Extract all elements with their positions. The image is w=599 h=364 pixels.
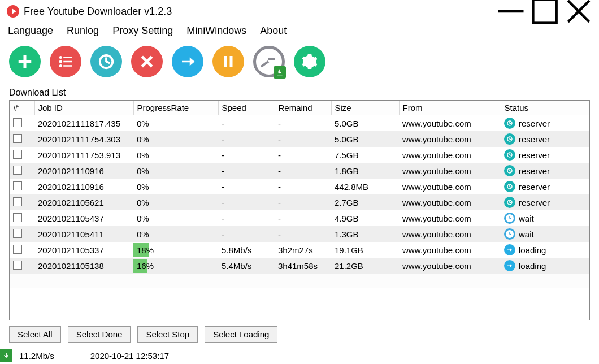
cell-job-id: 20201021105411 [34, 226, 133, 242]
table-row[interactable]: 2020102110513816%5.4Mb/s3h41m58s21.2GBww… [10, 258, 589, 274]
cell-job-id: 20201021105138 [34, 258, 133, 274]
download-table: #▴ Job ID ProgressRate Speed Remaind Siz… [9, 100, 590, 320]
menu-about[interactable]: About [258, 24, 289, 38]
cell-job-id: 20201021105337 [34, 242, 133, 258]
cell-status: reserver [501, 179, 589, 194]
settings-button[interactable] [294, 46, 325, 77]
table-row-blank [10, 274, 589, 288]
menubar: Language Runlog Proxy Setting MiniWindow… [0, 23, 599, 40]
cell-from: www.youtube.com [399, 194, 501, 210]
cell-size: 7.5GB [331, 147, 399, 163]
schedule-download-button[interactable] [253, 46, 285, 77]
maximize-button[interactable] [528, 0, 562, 23]
select-all-button[interactable]: Select All [9, 326, 61, 343]
cell-from: www.youtube.com [399, 163, 501, 179]
cell-from: www.youtube.com [399, 210, 501, 226]
table-row[interactable]: 202010211054370%--4.9GBwww.youtube.comwa… [10, 210, 589, 226]
row-checkbox[interactable] [13, 261, 22, 270]
status-time: 2020-10-21 12:53:17 [90, 351, 169, 361]
cell-speed: - [218, 115, 275, 132]
cell-status: reserver [501, 115, 589, 132]
cell-progress: 0% [133, 194, 218, 210]
select-stop-button[interactable]: Select Stop [137, 326, 198, 343]
download-badge-icon [274, 66, 286, 79]
table-row[interactable]: 2020102110533718%5.8Mb/s3h2m27s19.1GBwww… [10, 242, 589, 258]
row-checkbox[interactable] [13, 118, 22, 127]
status-loading-icon [504, 260, 515, 271]
cell-remain: - [275, 179, 331, 194]
cell-remain: 3h2m27s [275, 242, 331, 258]
col-size[interactable]: Size [331, 101, 399, 115]
table-row[interactable]: 202010211054110%--1.3GBwww.youtube.comwa… [10, 226, 589, 242]
menu-miniwindows[interactable]: MiniWindows [184, 24, 249, 38]
cell-remain: - [275, 210, 331, 226]
main-area: Download List #▴ Job ID ProgressRate Spe… [0, 88, 599, 348]
cell-remain: - [275, 194, 331, 210]
table-row[interactable]: 20201021111754.3030%--5.0GBwww.youtube.c… [10, 131, 589, 147]
download-list-label: Download List [9, 88, 590, 98]
row-checkbox[interactable] [13, 181, 22, 190]
cell-remain: - [275, 115, 331, 132]
svg-point-8 [59, 60, 62, 63]
col-status[interactable]: Status [501, 101, 589, 115]
cancel-button[interactable] [131, 46, 163, 77]
cell-speed: - [218, 131, 275, 147]
list-button[interactable] [50, 46, 81, 77]
statusbar: 11.2Mb/s 2020-10-21 12:53:17 [0, 348, 599, 364]
cell-remain: 3h41m58s [275, 258, 331, 274]
menu-runlog[interactable]: Runlog [64, 24, 101, 38]
cell-from: www.youtube.com [399, 131, 501, 147]
select-loading-button[interactable]: Select Loading [205, 326, 277, 343]
cell-from: www.youtube.com [399, 226, 501, 242]
row-checkbox[interactable] [13, 213, 22, 222]
status-reserve-icon [504, 181, 515, 192]
row-checkbox[interactable] [13, 245, 22, 254]
cell-job-id: 20201021111754.303 [34, 131, 133, 147]
col-speed[interactable]: Speed [218, 101, 275, 115]
col-from[interactable]: From [399, 101, 501, 115]
cell-speed: 5.8Mb/s [218, 242, 275, 258]
row-checkbox[interactable] [13, 166, 22, 175]
select-done-button[interactable]: Select Done [68, 326, 131, 343]
menu-language[interactable]: Language [6, 24, 55, 38]
col-remain[interactable]: Remaind [275, 101, 331, 115]
cell-progress: 0% [133, 210, 218, 226]
row-checkbox[interactable] [13, 197, 22, 206]
cell-speed: - [218, 210, 275, 226]
add-button[interactable] [9, 46, 41, 77]
bottom-buttons: Select All Select Done Select Stop Selec… [9, 320, 590, 348]
svg-rect-7 [63, 57, 72, 58]
cell-progress: 16% [133, 258, 218, 274]
status-reserve-icon [504, 149, 515, 161]
cell-status: reserver [501, 194, 589, 210]
cell-status: wait [501, 210, 589, 226]
cell-status: reserver [501, 131, 589, 147]
table-row[interactable]: 20201021111753.9130%--7.5GBwww.youtube.c… [10, 147, 589, 163]
minimize-button[interactable] [494, 0, 528, 23]
cell-speed: - [218, 194, 275, 210]
table-row[interactable]: 202010211056210%--2.7GBwww.youtube.comre… [10, 194, 589, 210]
cell-progress: 0% [133, 163, 218, 179]
cell-size: 19.1GB [331, 242, 399, 258]
row-checkbox[interactable] [13, 229, 22, 238]
cell-status: reserver [501, 163, 589, 179]
cell-status: loading [501, 258, 589, 274]
menu-proxy-setting[interactable]: Proxy Setting [110, 24, 175, 38]
timer-button[interactable] [90, 46, 122, 77]
col-progress[interactable]: ProgressRate [133, 101, 218, 115]
row-checkbox[interactable] [13, 150, 22, 159]
table-row[interactable]: 202010211109160%--442.8MBwww.youtube.com… [10, 179, 589, 194]
cell-remain: - [275, 147, 331, 163]
table-row[interactable]: 20201021111817.4350%--5.0GBwww.youtube.c… [10, 115, 589, 132]
start-button[interactable] [172, 46, 203, 77]
cell-size: 1.3GB [331, 226, 399, 242]
close-button[interactable] [562, 0, 596, 23]
table-row[interactable]: 202010211109160%--1.8GBwww.youtube.comre… [10, 163, 589, 179]
row-checkbox[interactable] [13, 134, 22, 143]
svg-line-14 [106, 62, 110, 63]
pause-button[interactable] [212, 46, 244, 77]
col-job-id[interactable]: Job ID [34, 101, 133, 115]
cell-size: 442.8MB [331, 179, 399, 194]
col-index[interactable]: #▴ [10, 101, 34, 115]
cell-size: 1.8GB [331, 163, 399, 179]
